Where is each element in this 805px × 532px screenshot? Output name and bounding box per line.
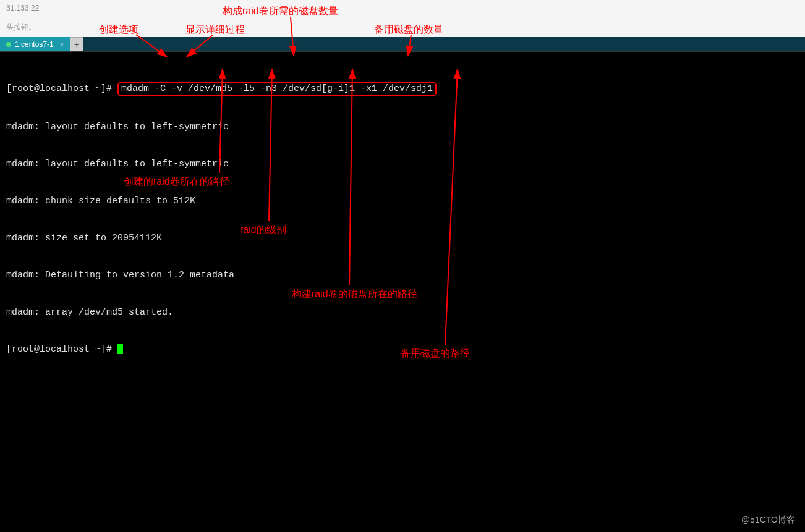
output-line: mdadm: Defaulting to version 1.2 metadat… — [6, 269, 799, 282]
status-dot-icon — [6, 42, 11, 47]
output-line: mdadm: chunk size defaults to 512K — [6, 195, 799, 208]
output-line: mdadm: array /dev/md5 started. — [6, 306, 799, 319]
command-highlight: mdadm -C -v /dev/md5 -l5 -n3 /dev/sd[g-i… — [117, 82, 437, 96]
titlebar-text: 31.133:22 — [6, 4, 39, 12]
add-tab-button[interactable]: + — [70, 37, 83, 51]
prompt-line-2: [root@localhost ~]# — [6, 344, 799, 356]
window-titlebar: 31.133:22 — [0, 0, 805, 19]
tab-centos[interactable]: 1 centos7-1 × — [0, 37, 70, 51]
close-icon[interactable]: × — [60, 41, 64, 48]
prompt: [root@localhost ~]# — [6, 83, 117, 94]
output-line: mdadm: size set to 20954112K — [6, 232, 799, 245]
hint-bar: 头按钮。 — [0, 19, 805, 37]
prompt-line-1: [root@localhost ~]# mdadm -C -v /dev/md5… — [6, 82, 799, 96]
tab-label: 1 centos7-1 — [15, 40, 54, 49]
cursor-icon — [117, 344, 123, 354]
tab-bar: 1 centos7-1 × + — [0, 37, 805, 52]
command-text: mdadm -C -v /dev/md5 -l5 -n3 /dev/sd[g-i… — [121, 83, 433, 94]
terminal[interactable]: [root@localhost ~]# mdadm -C -v /dev/md5… — [0, 52, 805, 532]
output-line: mdadm: layout defaults to left-symmetric — [6, 121, 799, 133]
prompt: [root@localhost ~]# — [6, 344, 117, 355]
watermark: @51CTO博客 — [741, 515, 795, 526]
hint-text: 头按钮。 — [6, 23, 36, 32]
output-line: mdadm: layout defaults to left-symmetric — [6, 158, 799, 171]
